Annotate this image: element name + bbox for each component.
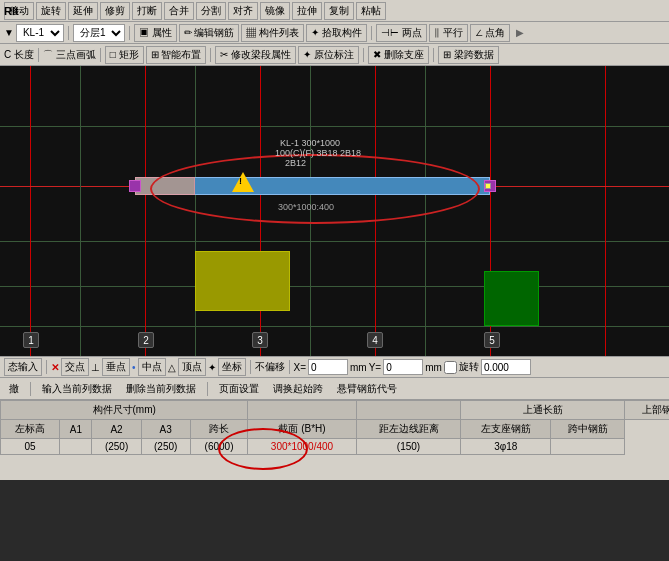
snap-sep3 [289,360,290,374]
input-col-btn[interactable]: 输入当前列数据 [37,380,117,398]
mirror-btn[interactable]: 镜像 [260,2,290,20]
cell-left-height: 05 [1,439,60,455]
sep6 [210,48,211,62]
warning-text: ! [239,176,242,186]
beam-bar-left [135,177,195,195]
col-mid-rebar: 跨中钢筋 [551,420,625,439]
warning-triangle: ! [232,172,254,192]
smart-layout-btn[interactable]: ⊞ 智能布置 [146,46,207,64]
state-input-btn[interactable]: 态输入 [4,358,42,376]
stretch-btn[interactable]: 拉伸 [292,2,322,20]
header-span [248,401,356,420]
beam-label-1: KL-1 300*1000 [280,138,340,148]
beam-label-2: 100(C)(F) 3B18 2B18 [275,148,361,158]
span-data-btn[interactable]: ⊞ 梁跨数据 [438,46,499,64]
paste-btn[interactable]: 粘帖 [356,2,386,20]
node-marker-1 [485,183,491,189]
pick-part-btn[interactable]: ✦ 拾取构件 [306,24,367,42]
coord-btn[interactable]: 坐标 [218,358,246,376]
act-sep1 [30,382,31,396]
sep3 [371,26,372,40]
toolbar-row1[interactable]: 移动 旋转 延伸 修剪 打断 合并 分割 对齐 镜像 拉伸 复制 粘帖 RIt [0,0,669,22]
grid-h-1 [0,126,669,127]
header-dimensions: 构件尺寸(mm) [1,401,248,420]
grid-num-3: 3 [252,332,268,348]
grid-v-1 [80,66,81,356]
grid-v-4 [425,66,426,356]
cantilever-btn[interactable]: 悬臂钢筋代号 [332,380,402,398]
sep4 [38,48,39,62]
parallel-btn[interactable]: ∥ 平行 [429,24,468,42]
trim-btn[interactable]: 修剪 [100,2,130,20]
kl-select[interactable]: KL-1 [16,24,64,42]
point-angle-btn[interactable]: ∠ 点角 [470,24,511,42]
red-v-1 [30,66,31,356]
mm-label2: mm [425,362,442,373]
col-marker-1 [129,180,141,192]
top-point-btn[interactable]: 顶点 [178,358,206,376]
part-list-btn[interactable]: ▦ 构件列表 [241,24,304,42]
swap-span-btn[interactable]: 调换起始跨 [268,380,328,398]
canvas-area[interactable]: ! KL-1 300*1000 100(C)(F) 3B18 2B18 2B12… [0,66,669,356]
edit-rebar-btn[interactable]: ✏ 编辑钢筋 [179,24,240,42]
y-label: Y= [369,362,382,373]
sep1 [68,26,69,40]
rotate-checkbox[interactable] [444,361,457,374]
snap-sep2 [250,360,251,374]
del-support-btn[interactable]: ✖ 删除支座 [368,46,429,64]
cell-span: (6000) [190,439,248,455]
x-mark: ✕ [51,362,59,373]
layer-select[interactable]: 分层1 [73,24,125,42]
canvas-bg [0,66,669,356]
two-point-btn[interactable]: ⊣⊢ 两点 [376,24,427,42]
top-icon: △ [168,362,176,373]
cell-section: 300*1000/400 [248,439,356,455]
orig-mark-btn[interactable]: ✦ 原位标注 [298,46,359,64]
property-btn[interactable]: ▣ 属性 [134,24,177,42]
align-btn[interactable]: 对齐 [228,2,258,20]
rotate-input[interactable] [481,359,531,375]
col-block-yellow [195,251,290,311]
extend-btn[interactable]: 延伸 [68,2,98,20]
col-block-green [484,271,539,326]
col-left-support: 左支座钢筋 [461,420,551,439]
sep2 [129,26,130,40]
split-btn[interactable]: 分割 [196,2,226,20]
rotate-btn[interactable]: 旋转 [36,2,66,20]
data-table-area: 构件尺寸(mm) 上通长筋 上部钢筋 左标高 A1 A2 A3 跨长 截面 (B… [0,400,669,480]
grid-h-5 [0,326,669,327]
undo-btn[interactable]: 撤 [4,380,24,398]
mid-icon: • [132,362,136,373]
sep7 [363,48,364,62]
merge-btn[interactable]: 合并 [164,2,194,20]
no-offset-label: 不偏移 [255,360,285,374]
col-span-length: 跨长 [190,420,248,439]
cross-point-btn[interactable]: 交点 [61,358,89,376]
mm-label1: mm [350,362,367,373]
cell-a3: (250) [141,439,190,455]
beam-label-3: 2B12 [285,158,306,168]
rit-label: RIt [4,5,19,17]
perp-point-btn[interactable]: 垂点 [102,358,130,376]
y-input[interactable] [383,359,423,375]
rotate-label: 旋转 [459,360,479,374]
del-col-btn[interactable]: 删除当前列数据 [121,380,201,398]
grid-v-2 [195,66,196,356]
data-table: 构件尺寸(mm) 上通长筋 上部钢筋 左标高 A1 A2 A3 跨长 截面 (B… [0,400,669,455]
modify-span-btn[interactable]: ✂ 修改梁段属性 [215,46,296,64]
toolbar-row3: C 长度 ⌒ 三点画弧 □ 矩形 ⊞ 智能布置 ✂ 修改梁段属性 ✦ 原位标注 … [0,44,669,66]
cell-top-cont: 3φ18 [461,439,551,455]
x-input[interactable] [308,359,348,375]
mid-point-btn[interactable]: 中点 [138,358,166,376]
page-setup-btn[interactable]: 页面设置 [214,380,264,398]
copy-btn[interactable]: 复制 [324,2,354,20]
cell-mid [551,439,625,455]
col-dist: 距左边线距离 [356,420,461,439]
col-a3: A3 [141,420,190,439]
grid-num-5: 5 [484,332,500,348]
grid-h-4 [0,286,669,287]
toolbar-row2: ▼ KL-1 分层1 ▣ 属性 ✏ 编辑钢筋 ▦ 构件列表 ✦ 拾取构件 ⊣⊢ … [0,22,669,44]
act-sep2 [207,382,208,396]
break-btn[interactable]: 打断 [132,2,162,20]
rect-btn[interactable]: □ 矩形 [105,46,144,64]
